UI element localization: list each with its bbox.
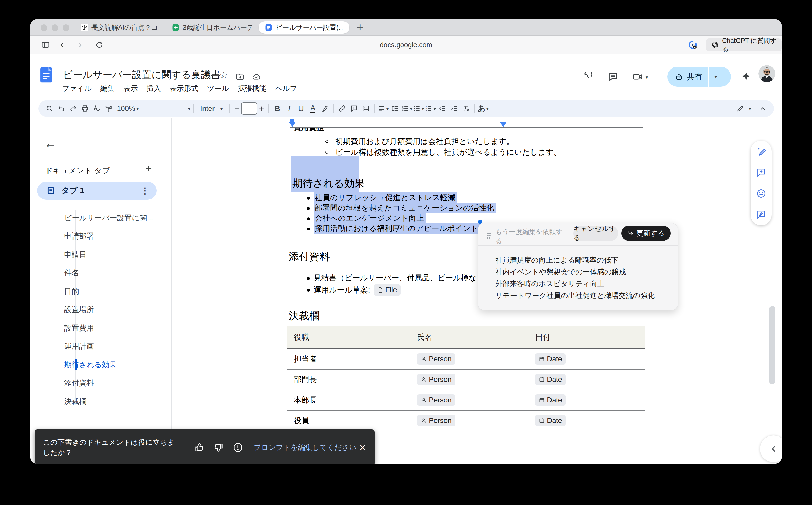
role-cell[interactable]: 担当者 — [288, 354, 411, 364]
menu-file[interactable]: ファイル — [62, 83, 92, 94]
chatgpt-button[interactable]: ChatGPT に質問する — [706, 38, 782, 51]
traffic-zoom-button[interactable] — [62, 24, 69, 31]
browser-tab-active[interactable]: ビールサーバー設置に関 — [259, 21, 349, 34]
share-dropdown-arrow[interactable]: ▾ — [714, 74, 717, 80]
search-menus-icon[interactable] — [44, 103, 55, 115]
bold-button[interactable]: B — [272, 103, 283, 115]
date-chip[interactable]: Date — [535, 394, 565, 406]
outline-item[interactable]: 申請日 — [64, 250, 87, 260]
add-tab-button[interactable]: + — [145, 162, 152, 175]
spellcheck-icon[interactable] — [91, 103, 103, 115]
approval-heading[interactable]: 決裁欄 — [289, 309, 320, 323]
sidebar-toggle-icon[interactable] — [40, 40, 50, 50]
drag-handle-icon[interactable] — [487, 232, 491, 239]
google-docs-file-icon[interactable] — [40, 67, 53, 84]
underline-button[interactable]: U — [295, 103, 307, 115]
doc-text[interactable]: 会社へのエンゲージメント向上 — [314, 213, 426, 224]
selection-end-marker[interactable] — [500, 122, 506, 127]
menu-tools[interactable]: ツール — [207, 83, 229, 94]
outline-item[interactable]: 運用計画 — [64, 341, 94, 352]
editing-mode-button[interactable]: ▾ — [736, 103, 751, 115]
increase-font-button[interactable]: + — [257, 103, 266, 115]
help-me-write-icon[interactable] — [756, 146, 766, 157]
browser-tab-2[interactable]: 3歳誕生日ホームパーテ — [172, 22, 255, 33]
collapse-panel-button[interactable] — [760, 435, 782, 462]
insert-link-icon[interactable] — [336, 103, 348, 115]
paint-format-icon[interactable] — [103, 103, 115, 115]
menu-format[interactable]: 表示形式 — [170, 83, 198, 94]
outline-item[interactable]: 申請部署 — [64, 231, 94, 241]
align-icon[interactable]: ▾ — [377, 103, 389, 115]
doc-text[interactable]: 部署間の垣根を越えたコミュニケーションの活性化 — [314, 203, 496, 213]
meet-dropdown-arrow[interactable]: ▾ — [646, 74, 648, 80]
doc-text[interactable]: 社員のリフレッシュ促進とストレス軽減 — [314, 192, 457, 203]
meet-video-icon[interactable] — [632, 71, 643, 82]
menu-insert[interactable]: 挿入 — [147, 83, 161, 94]
person-chip[interactable]: Person — [417, 394, 455, 406]
share-button[interactable]: 共有 ▾ — [667, 67, 731, 87]
version-history-icon[interactable] — [582, 71, 593, 82]
sidebar-tab-1[interactable]: タブ 1 ⋮ — [37, 182, 157, 200]
role-cell[interactable]: 部門長 — [288, 374, 411, 385]
clear-formatting-icon[interactable] — [460, 103, 472, 115]
styles-select[interactable]: ▾ — [147, 103, 190, 115]
effects-heading[interactable]: 期待される効果 — [292, 176, 365, 190]
decrease-font-button[interactable]: − — [232, 103, 241, 115]
move-folder-icon[interactable] — [235, 72, 244, 81]
italic-button[interactable]: I — [283, 103, 295, 115]
update-button[interactable]: 更新する — [621, 225, 671, 241]
menu-edit[interactable]: 編集 — [100, 83, 115, 94]
hide-menus-icon[interactable] — [757, 103, 769, 115]
traffic-minimize-button[interactable] — [51, 24, 58, 31]
onepassword-icon[interactable] — [688, 40, 697, 50]
attachments-heading[interactable]: 添付資料 — [289, 250, 330, 264]
document-title[interactable]: ビールサーバー設置に関する稟議書 — [63, 68, 220, 81]
doc-text[interactable]: 初期費用および月額費用は会社負担といたします。 — [335, 136, 514, 147]
doc-text[interactable]: 見積書（ビールサーバー、付属品、ビール樽など） — [314, 273, 492, 283]
numbered-list-icon[interactable]: ▾ — [425, 103, 436, 115]
date-chip[interactable]: Date — [535, 415, 565, 426]
outline-item[interactable]: 添付資料 — [64, 378, 94, 388]
cloud-status-icon[interactable] — [252, 72, 261, 81]
role-cell[interactable]: 役員 — [288, 415, 411, 426]
person-chip[interactable]: Person — [417, 353, 455, 365]
person-chip[interactable]: Person — [417, 374, 455, 385]
outline-item[interactable]: 設置場所 — [64, 305, 94, 315]
forward-button[interactable]: › — [78, 37, 82, 51]
font-size-input[interactable] — [241, 103, 257, 115]
file-chip[interactable]: File — [374, 284, 400, 296]
person-chip[interactable]: Person — [417, 415, 455, 426]
edit-prompt-link[interactable]: プロンプトを編集してください — [254, 443, 356, 452]
menu-extensions[interactable]: 拡張機能 — [237, 83, 267, 94]
bulleted-list-icon[interactable]: ▾ — [413, 103, 425, 115]
suggest-edits-icon[interactable] — [756, 209, 766, 220]
outline-item[interactable]: 設置費用 — [64, 323, 94, 333]
doc-text[interactable]: 採用活動における福利厚生のアピールポイント — [314, 223, 480, 234]
outline-item[interactable]: ビールサーバー設置に関... — [64, 213, 153, 223]
selection-start-marker[interactable] — [289, 122, 295, 127]
print-icon[interactable] — [79, 103, 91, 115]
thumbs-down-icon[interactable] — [213, 443, 223, 453]
outline-item[interactable]: 目的 — [64, 286, 79, 297]
redo-icon[interactable] — [67, 103, 79, 115]
menu-view[interactable]: 表示 — [124, 83, 138, 94]
browser-tab-1[interactable]: 長文読解AIの盲点？コ — [80, 22, 164, 33]
role-cell[interactable]: 本部長 — [288, 395, 411, 405]
comments-icon[interactable] — [608, 71, 619, 82]
gemini-icon[interactable] — [741, 71, 752, 81]
outline-item-active[interactable]: 期待される効果 — [64, 360, 117, 370]
reload-icon[interactable] — [95, 40, 104, 50]
text-color-button[interactable]: A — [307, 103, 319, 115]
menu-help[interactable]: ヘルプ — [275, 83, 297, 94]
star-icon[interactable]: ☆ — [219, 70, 228, 80]
emoji-reaction-icon[interactable] — [756, 188, 766, 199]
date-chip[interactable]: Date — [535, 353, 565, 365]
line-spacing-icon[interactable] — [389, 103, 401, 115]
input-tools-button[interactable]: あ▾ — [477, 103, 489, 115]
thumbs-up-icon[interactable] — [194, 443, 204, 453]
checklist-icon[interactable]: ▾ — [401, 103, 413, 115]
doc-text[interactable]: 運用ルール草案: — [314, 285, 370, 295]
report-issue-icon[interactable] — [233, 443, 243, 453]
doc-text[interactable]: ビール樽は複数種類を用意し、社員が選べるようにいたします。 — [335, 147, 561, 158]
add-comment-icon[interactable] — [348, 103, 360, 115]
